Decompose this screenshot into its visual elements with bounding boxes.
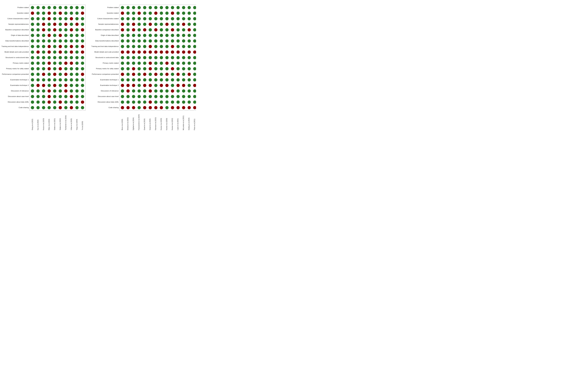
col-label-wrapper: Ritter et al (2024) — [46, 111, 52, 130]
dot-cell — [52, 10, 58, 16]
dot-cell — [181, 72, 186, 77]
red-dot — [165, 73, 169, 76]
dot-cell — [58, 55, 63, 60]
dot-cell — [170, 88, 175, 94]
red-dot — [132, 28, 135, 32]
dot-cell — [35, 49, 41, 55]
red-dot — [48, 62, 51, 65]
dot-cell — [80, 88, 85, 94]
green-dot — [160, 28, 163, 32]
dot-cell — [74, 60, 80, 66]
red-dot — [75, 23, 79, 26]
dot-cell — [159, 44, 164, 49]
dot-column — [153, 5, 159, 110]
red-dot — [64, 73, 68, 76]
green-dot — [31, 100, 34, 104]
red-dot — [143, 50, 146, 54]
dot-cell — [63, 105, 69, 110]
green-dot — [160, 78, 163, 82]
dot-cell — [74, 10, 80, 16]
green-dot — [70, 73, 73, 76]
green-dot — [188, 78, 191, 82]
dot-cell — [186, 83, 192, 88]
dot-cell — [125, 105, 131, 110]
green-dot — [160, 100, 163, 104]
green-dot — [75, 100, 79, 104]
dot-cell — [175, 72, 181, 77]
red-dot — [48, 67, 51, 70]
red-dot — [143, 106, 146, 109]
dot-cell — [136, 5, 142, 10]
dot-cell — [80, 5, 85, 10]
col-label-wrapper: Kunze et al (2023) — [41, 111, 46, 130]
dot-cell — [181, 16, 186, 22]
dot-cell — [170, 5, 175, 10]
dot-column — [125, 5, 131, 110]
green-dot — [154, 23, 157, 26]
dot-cell — [192, 55, 196, 60]
dot-cell — [74, 55, 80, 60]
col-label-wrapper: Polce et al (2021) — [192, 111, 196, 130]
dot-cell — [30, 10, 35, 16]
green-dot — [154, 17, 157, 20]
dot-cell — [186, 5, 192, 10]
main-container: Problem statedQuestion statedCohort char… — [0, 0, 196, 132]
col-label-wrapper: Yi et al (2020) — [80, 111, 85, 130]
dot-cell — [80, 83, 85, 88]
dot-cell — [148, 55, 153, 60]
green-dot — [37, 23, 40, 26]
green-dot — [132, 45, 135, 48]
dot-cell — [125, 60, 131, 66]
dot-cell — [192, 38, 196, 44]
green-dot — [132, 100, 135, 104]
dot-cell — [131, 66, 136, 72]
green-dot — [121, 62, 124, 65]
dot-cell — [74, 32, 80, 38]
green-dot — [138, 45, 141, 48]
dot-cell — [125, 44, 131, 49]
dot-cell — [58, 22, 63, 27]
dot-cell — [63, 32, 69, 38]
green-dot — [31, 45, 34, 48]
dot-cell — [136, 94, 142, 99]
col-label: Kumar et al (2020) — [166, 111, 168, 130]
dot-cell — [136, 72, 142, 77]
dot-cell — [159, 66, 164, 72]
row-label: Examination technique 1 — [91, 77, 119, 82]
dot-cell — [63, 10, 69, 16]
green-dot — [64, 106, 68, 109]
green-dot — [81, 23, 84, 26]
green-dot — [37, 34, 40, 37]
dot-cell — [192, 5, 196, 10]
green-dot — [188, 56, 191, 59]
dot-cell — [41, 10, 46, 16]
dot-cell — [46, 55, 52, 60]
dot-cell — [80, 10, 85, 16]
dot-cell — [58, 49, 63, 55]
col-label-wrapper: Kumar et al (2020) — [164, 111, 170, 130]
green-dot — [132, 95, 135, 98]
red-dot — [188, 106, 191, 109]
dot-cell — [125, 49, 131, 55]
col-label-wrapper: McLendon et al (2021) — [181, 111, 186, 130]
red-dot — [182, 106, 185, 109]
dot-cell — [181, 77, 186, 83]
green-dot — [31, 106, 34, 109]
red-dot — [70, 50, 73, 54]
green-dot — [171, 56, 174, 59]
dot-cell — [120, 66, 125, 72]
dot-cell — [41, 77, 46, 83]
green-dot — [48, 73, 51, 76]
green-dot — [182, 100, 185, 104]
dot-cell — [164, 55, 170, 60]
green-dot — [132, 62, 135, 65]
dot-cell — [35, 60, 41, 66]
dot-cell — [41, 83, 46, 88]
dot-cell — [159, 49, 164, 55]
dot-cell — [58, 32, 63, 38]
dot-cell — [181, 60, 186, 66]
col-label: Polce et al (2021) — [194, 111, 195, 130]
dot-cell — [164, 60, 170, 66]
dot-cell — [159, 99, 164, 105]
red-dot — [64, 23, 68, 26]
